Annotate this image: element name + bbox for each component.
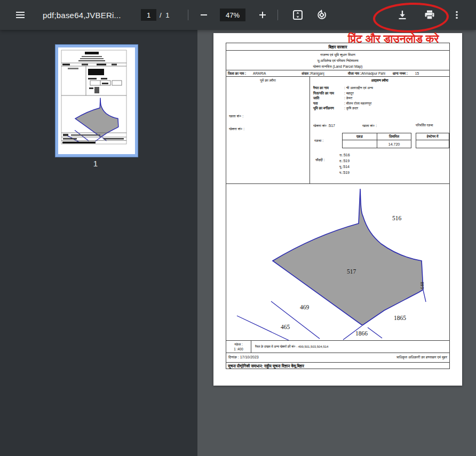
plot-label-516: 516 bbox=[392, 215, 402, 221]
area-header-hectare: हेक्टेयर में bbox=[416, 133, 449, 140]
more-icon[interactable] bbox=[449, 7, 464, 22]
doc-directorate: भू-अभिलेख एवं परिमाप निदेशालय bbox=[226, 58, 449, 63]
field-value: : मौलव टोला महलगपुर bbox=[344, 101, 371, 106]
plot-label-1865: 1865 bbox=[394, 315, 406, 321]
field-value: : बहादुर bbox=[344, 91, 354, 96]
khesra-number: खेसरा सं० :517 bbox=[313, 124, 335, 128]
field-value: : केवट bbox=[344, 95, 353, 101]
field-label: रैयत का नाम bbox=[313, 85, 344, 91]
area-header-acre: एकड़ bbox=[343, 133, 377, 140]
chauhaddi-label: चौहद्दी : bbox=[315, 158, 325, 162]
previous-khata-label: खाता सं० : bbox=[229, 114, 243, 118]
doc-government-title: बिहार सरकार bbox=[226, 43, 449, 51]
mauza-label: मौजा नाम : bbox=[348, 71, 361, 75]
plot-label-648: 648 bbox=[419, 282, 425, 289]
thumbnail-page-number: 1 bbox=[54, 159, 137, 168]
rakba-label: रकबा : bbox=[314, 139, 323, 143]
previous-khesra-label: खेसरा सं० : bbox=[229, 127, 244, 131]
field-label: जाति bbox=[313, 95, 344, 101]
circle-label: अंचल : bbox=[302, 71, 311, 75]
field-value: : श्री अलाउद्दीन एवं अन्य bbox=[344, 85, 373, 91]
it-solution-footer: सूचना प्रौद्योगिकी समाधान: राष्ट्रीय सूच… bbox=[226, 363, 449, 370]
zoom-level[interactable]: 47% bbox=[220, 9, 245, 21]
area-table: एकड़ डिसमिल 14.720 हेक्टेयर में bbox=[342, 133, 449, 148]
page-number-input[interactable]: 1 bbox=[141, 9, 156, 21]
district-value: ARARIA bbox=[253, 71, 266, 75]
toolbar-separator bbox=[188, 10, 188, 20]
print-icon[interactable] bbox=[422, 7, 437, 22]
previous-details-panel: पूर्व का ब्यौरा खाता सं० : खेसरा सं० : bbox=[226, 77, 310, 183]
doc-meta-row: जिला का नाम : ARARIA अंचल :Raniganj मौजा… bbox=[226, 70, 449, 77]
rotate-icon[interactable] bbox=[314, 7, 329, 22]
area-header-decimal: डिसमिल bbox=[377, 133, 411, 140]
date-row: दिनांक : 17/10/2023 प्राधिकृत अधिकारी का… bbox=[226, 353, 449, 363]
boundary-north: उ.:516 bbox=[339, 152, 350, 158]
toolbar-separator bbox=[277, 10, 278, 20]
scale-label: स्केल : bbox=[226, 342, 251, 347]
boundary-list: उ.:516 द.:519 पू.:514 प.:519 bbox=[339, 152, 350, 175]
khata-number: खाता सं० : bbox=[362, 124, 377, 128]
doc-date: दिनांक : 17/10/2023 bbox=[228, 355, 259, 359]
pdf-page: बिहार सरकार राजस्व एवं भूमि सुधार विभाग … bbox=[213, 33, 462, 386]
plot-label-469: 469 bbox=[300, 304, 310, 310]
parcel-map: 516 517 469 465 1865 1866 648 bbox=[226, 184, 449, 341]
doc-map-title: खेसरा मानचित्र (Land Parcel Map) bbox=[226, 63, 449, 69]
parcel-517-polygon bbox=[273, 189, 423, 325]
boundary-south: द.:519 bbox=[339, 158, 350, 164]
boundary-east: पू.:514 bbox=[339, 164, 350, 170]
officer-signature-label: प्राधिकृत अधिकारी का हस्ताक्षर एवं मुहर bbox=[396, 355, 447, 359]
land-parcel-document: बिहार सरकार राजस्व एवं भूमि सुधार विभाग … bbox=[226, 43, 450, 369]
area-value-hectare bbox=[416, 140, 449, 148]
thumbnail-sidebar: 1 bbox=[0, 30, 197, 456]
scale-value: 1 :400 bbox=[226, 347, 251, 351]
current-details-title: अद्यतन ब्यौरा bbox=[310, 77, 449, 83]
plot-label-465: 465 bbox=[281, 324, 290, 330]
field-value: : कृषि कदर bbox=[344, 106, 358, 111]
circle-value: Raniganj bbox=[311, 71, 324, 75]
area-value-decimal: 14.720 bbox=[377, 140, 411, 148]
doc-header-block: राजस्व एवं भूमि सुधार विभाग भू-अभिलेख एव… bbox=[226, 51, 449, 70]
previous-details-title: पूर्व का ब्यौरा bbox=[226, 77, 310, 83]
scale-row: स्केल : 1 :400 रैयत के दखल में अन्य खेसर… bbox=[226, 341, 449, 353]
document-title: pdf;base64,JVBERi... bbox=[43, 0, 121, 30]
download-icon[interactable] bbox=[395, 7, 410, 22]
zoom-out-icon[interactable] bbox=[196, 7, 211, 22]
raiyat-fields: रैयत का नाम: श्री अलाउद्दीन एवं अन्य पित… bbox=[313, 85, 373, 111]
current-details-panel: अद्यतन ब्यौरा रैयत का नाम: श्री अलाउद्दी… bbox=[310, 77, 449, 183]
page-count-label: / 1 bbox=[160, 0, 170, 30]
thumbnail-preview-image bbox=[58, 47, 130, 149]
mauza-value: Ahmadpur Pahi bbox=[361, 71, 385, 75]
menu-icon[interactable] bbox=[13, 7, 28, 22]
boundary-west: प.:519 bbox=[339, 170, 350, 175]
district-label: जिला का नाम : bbox=[228, 71, 246, 75]
plot-label-1866: 1866 bbox=[355, 330, 368, 337]
zoom-in-icon[interactable] bbox=[255, 7, 270, 22]
plot-label-517: 517 bbox=[347, 268, 356, 275]
fit-page-icon[interactable] bbox=[290, 7, 305, 22]
page-thumbnail[interactable] bbox=[55, 45, 138, 157]
field-label: पिता/पति का नाम bbox=[313, 91, 344, 96]
field-label: पता bbox=[313, 101, 344, 106]
other-khesra-note: रैयत के दखल में अन्य खेसरों की सं० : 499… bbox=[251, 341, 449, 353]
thana-label: थाना नम्बर : bbox=[393, 71, 408, 75]
doc-department: राजस्व एवं भूमि सुधार विभाग bbox=[226, 52, 449, 58]
field-label: भूमि का वर्गीकरण bbox=[313, 106, 344, 111]
thana-value: 15 bbox=[415, 71, 419, 75]
parivartit-rakba-label: परिवर्तित रकबा bbox=[416, 123, 433, 127]
pdf-toolbar: pdf;base64,JVBERi... 1 / 1 47% bbox=[0, 0, 476, 30]
area-value-acre bbox=[343, 140, 377, 148]
scale-cell: स्केल : 1 :400 bbox=[226, 341, 251, 353]
